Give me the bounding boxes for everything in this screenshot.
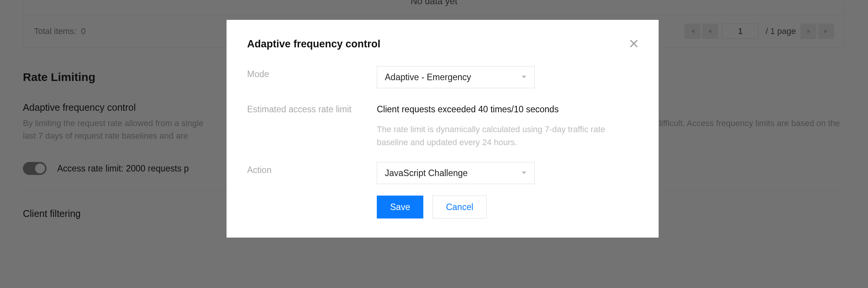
modal-title: Adaptive frequency control bbox=[247, 38, 381, 50]
close-button[interactable] bbox=[630, 39, 638, 49]
rate-limit-value: Client requests exceeded 40 times/10 sec… bbox=[377, 101, 638, 115]
chevron-down-icon bbox=[521, 74, 527, 80]
mode-select-value: Adaptive - Emergency bbox=[385, 72, 471, 83]
mode-select[interactable]: Adaptive - Emergency bbox=[377, 66, 535, 88]
save-button[interactable]: Save bbox=[377, 196, 423, 218]
action-select-value: JavaScript Challenge bbox=[385, 168, 468, 178]
mode-label: Mode bbox=[247, 66, 377, 79]
rate-limit-help: The rate limit is dynamically calculated… bbox=[377, 123, 617, 149]
action-label: Action bbox=[247, 162, 377, 175]
cancel-button[interactable]: Cancel bbox=[432, 196, 487, 218]
action-select[interactable]: JavaScript Challenge bbox=[377, 162, 535, 184]
close-icon bbox=[630, 39, 638, 48]
afc-modal: Adaptive frequency control Mode Adaptive… bbox=[227, 20, 659, 238]
chevron-down-icon bbox=[521, 170, 527, 176]
rate-limit-label: Estimated access rate limit bbox=[247, 101, 377, 115]
